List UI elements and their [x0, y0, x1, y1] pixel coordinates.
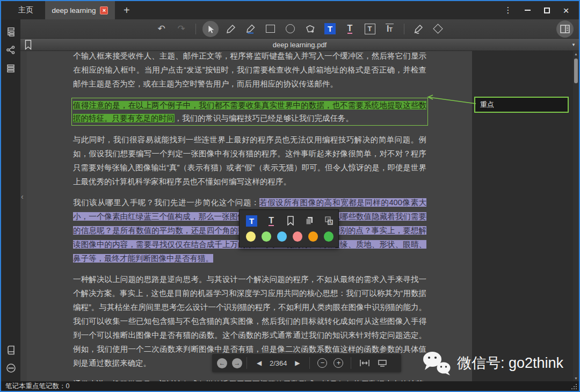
popup-color-row	[246, 229, 334, 243]
status-bar: 笔记本重点笔记数：0	[1, 381, 579, 391]
maximize-button[interactable]	[537, 1, 556, 19]
pen-tool[interactable]	[223, 21, 238, 37]
eraser-icon	[433, 24, 443, 33]
squiggly-line-tool[interactable]	[411, 21, 426, 37]
eraser-tool[interactable]	[431, 21, 446, 37]
resize-grip[interactable]	[571, 383, 577, 389]
popup-copy-button[interactable]	[305, 215, 315, 227]
notes-panel: 重点	[472, 51, 573, 381]
close-button[interactable]: ×	[556, 1, 576, 19]
body-text[interactable]: ，我们的常识与编程技巧已经足够让我们完成任务。	[175, 114, 354, 122]
text-underline-icon: T	[269, 216, 274, 226]
pointer-tool[interactable]	[202, 21, 219, 37]
zoom-in-button[interactable]: +	[334, 358, 343, 368]
nav-separator	[351, 357, 351, 369]
panel-layout-toggle[interactable]	[556, 20, 574, 38]
mindmap-icon[interactable]	[1, 41, 20, 59]
zoom-out-button[interactable]: −	[317, 358, 327, 368]
nav-separator	[247, 357, 247, 369]
header-caret-icon[interactable]: ▼	[571, 42, 576, 47]
page-indicator[interactable]: 2/364	[267, 359, 289, 367]
nav-separator	[309, 357, 310, 369]
color-dot[interactable]	[308, 231, 318, 242]
next-page-button[interactable]: ▶	[295, 359, 300, 367]
ellipse-tool[interactable]	[283, 21, 298, 37]
color-dot[interactable]	[324, 231, 334, 242]
text-underline-icon: T	[347, 24, 353, 34]
popup-bookmark-button[interactable]	[286, 215, 296, 227]
toolbar-separator	[195, 24, 196, 34]
annotated-paragraph[interactable]: 值得注意的是，在以上两个例子中，我们都不需要收集真实世界中的数据，也不需要系统地…	[71, 98, 428, 126]
paragraph[interactable]: 与此同时，我们很容易就能找到一些连世界上最好的程序员也无法仅用编程技巧解决的简单…	[73, 133, 426, 188]
menu-icon[interactable]: ⋮	[498, 1, 518, 19]
rectangle-tool[interactable]	[263, 21, 278, 37]
selection-popup: T T 文A	[239, 209, 339, 248]
ellipse-icon	[286, 24, 295, 33]
page-navigator: ← → ◀ 2/364 ▶ − +	[212, 354, 401, 372]
home-tab[interactable]: 主页	[18, 5, 33, 15]
popup-translate-button[interactable]: 文A	[324, 215, 334, 227]
text-box-icon: T	[365, 24, 375, 34]
prev-page-button[interactable]: ◀	[257, 359, 262, 367]
toolbar-separator	[404, 24, 404, 34]
app-window: 主页 deep learning × + ⋮ ×	[0, 0, 580, 392]
fit-width-button[interactable]	[359, 359, 370, 367]
text-box-tool[interactable]: T	[363, 21, 378, 37]
watermark-text: 微信号: go2think	[457, 353, 563, 373]
text-highlight-icon: T	[246, 215, 257, 227]
new-tab-button[interactable]: +	[124, 4, 130, 17]
status-text: 笔记本重点笔记数：0	[5, 382, 69, 391]
rectangle-icon	[266, 25, 275, 33]
title-bar: 主页 deep learning × + ⋮ ×	[1, 1, 579, 19]
color-dot[interactable]	[246, 231, 256, 242]
document-header: deep learning.pdf ▼	[20, 39, 579, 51]
scroll-down-icon[interactable]: ▼	[573, 376, 579, 380]
fit-page-button[interactable]	[378, 359, 387, 367]
insert-text-tool[interactable]: IT	[382, 21, 397, 37]
tab-close-icon[interactable]: ×	[100, 6, 108, 14]
popup-tool-row: T T 文A	[246, 214, 334, 228]
color-dot[interactable]	[293, 231, 302, 242]
minimize-button[interactable]	[518, 1, 537, 19]
window-controls: ⋮ ×	[498, 1, 576, 19]
left-sidebar	[1, 19, 20, 381]
color-dot[interactable]	[277, 231, 287, 242]
panel-gutter: ‹	[20, 51, 27, 381]
body-text[interactable]: 与此同时，我们很容易就能找到一些连世界上最好的程序员也无法仅用编程技巧解决的简单…	[73, 135, 426, 186]
text-highlight-icon: T	[324, 23, 336, 34]
text-underline-tool[interactable]: T	[343, 21, 358, 37]
document-tab[interactable]: deep learning ×	[45, 1, 115, 19]
collapse-handle-icon[interactable]: ‹	[21, 192, 24, 201]
paragraph[interactable]: 通俗来说，机器学习是一门讨论各式各样的适用于不同问题的函数形式，以及如何使用数据…	[73, 377, 426, 381]
note-card[interactable]: 重点	[474, 97, 569, 113]
insert-text-icon: IT	[386, 24, 394, 34]
history-forward-button[interactable]: →	[232, 358, 242, 368]
annotation-toolbar: ↶ ↷ T T T	[20, 19, 579, 39]
undo-button[interactable]: ↶	[154, 21, 169, 37]
body-text[interactable]: 个输入框来接受收件人、主题、邮件正文等，程序将监听键盘输入并写入一个缓冲区，然后…	[73, 52, 426, 88]
polygon-tool[interactable]	[303, 21, 318, 37]
tab-label: deep learning	[52, 6, 96, 14]
popup-underline-button[interactable]: T	[266, 215, 277, 227]
wechat-icon	[422, 350, 452, 376]
popup-highlight-button[interactable]: T	[246, 215, 257, 227]
vertical-scrollbar[interactable]: ▲ ▼	[573, 51, 579, 381]
outline-icon[interactable]	[1, 23, 20, 41]
highlighter-tool[interactable]	[243, 21, 258, 37]
paragraph[interactable]: 个输入框来接受收件人、主题、邮件正文等，程序将监听键盘输入并写入一个缓冲区，然后…	[73, 51, 426, 91]
watermark: 微信号: go2think	[422, 350, 563, 376]
svg-text:A: A	[329, 221, 332, 224]
scrollbar-thumb[interactable]	[574, 59, 578, 83]
body-text[interactable]: 我们该从哪里入手呢？我们先进一步简化这个问题：	[73, 198, 259, 207]
minimize-icon	[525, 10, 531, 11]
color-dot[interactable]	[262, 231, 271, 242]
text-highlight-tool[interactable]: T	[323, 21, 338, 37]
more-icon[interactable]	[1, 359, 20, 377]
notebook-icon[interactable]	[1, 340, 20, 359]
maximize-icon	[544, 8, 550, 13]
notes-list-icon[interactable]	[1, 59, 20, 77]
history-back-button[interactable]: ←	[217, 358, 227, 368]
document-title: deep learning.pdf	[20, 41, 579, 49]
redo-button[interactable]: ↷	[174, 21, 189, 37]
scroll-up-icon[interactable]: ▲	[573, 52, 579, 56]
